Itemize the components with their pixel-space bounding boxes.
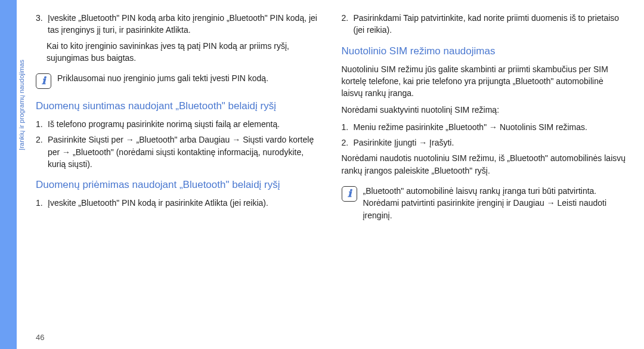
paragraph: Norėdami suaktyvinti nuotolinį SIM režim… — [342, 104, 627, 116]
list-item: 3. Įveskite „Bluetooth" PIN kodą arba ki… — [36, 12, 321, 36]
side-accent-bar — [0, 0, 17, 349]
list-text: Įveskite „Bluetooth" PIN kodą arba kito … — [48, 12, 321, 36]
list-number: 2. — [342, 137, 350, 149]
note-icon: ℹ — [342, 186, 357, 202]
heading-send: Duomenų siuntimas naudojant „Bluetooth" … — [36, 100, 321, 113]
list-number: 1. — [342, 121, 350, 133]
note-block: ℹ „Bluetooth" automobilinė laisvų rankų … — [342, 185, 627, 221]
page-number: 46 — [36, 333, 44, 342]
list-text: Pasirinkite Įjungti → Įrašyti. — [354, 137, 454, 149]
heading-receive: Duomenų priėmimas naudojant „Bluetooth" … — [36, 178, 321, 192]
paragraph: Nuotoliniu SIM režimu jūs galite skambin… — [342, 63, 627, 100]
paragraph: Norėdami naudotis nuotoliniu SIM režimu,… — [342, 152, 627, 177]
list-text: Iš telefono programų pasirinkite norimą … — [48, 118, 280, 130]
note-text: Priklausomai nuo įrenginio jums gali tek… — [57, 72, 268, 84]
list-item: 2. Pasirinkite Įjungti → Įrašyti. — [342, 137, 627, 149]
list-item: 1. Įveskite „Bluetooth" PIN kodą ir pasi… — [36, 197, 321, 209]
note-block: ℹ Priklausomai nuo įrenginio jums gali t… — [36, 72, 321, 89]
list-text: Meniu režime pasirinkite „Bluetooth" → N… — [354, 121, 587, 133]
list-item: 2. Pasirinkite Siųsti per → „Bluetooth" … — [36, 134, 321, 170]
list-number: 1. — [36, 197, 44, 209]
list-item: 1. Iš telefono programų pasirinkite nori… — [36, 118, 321, 130]
paragraph: Kai to kito įrenginio savininkas įves tą… — [36, 40, 321, 64]
section-label-text: Įrankių ir programų naudojimas — [18, 60, 25, 150]
list-text: Pasirinkdami Taip patvirtinkite, kad nor… — [354, 12, 627, 36]
list-number: 3. — [36, 12, 44, 36]
list-number: 2. — [36, 134, 44, 170]
note-icon: ℹ — [36, 73, 51, 89]
note-text: „Bluetooth" automobilinė laisvų rankų įr… — [363, 185, 627, 221]
heading-remote-sim: Nuotolinio SIM režimo naudojimas — [342, 45, 627, 58]
page-content: 3. Įveskite „Bluetooth" PIN kodą arba ki… — [36, 12, 626, 337]
list-text: Įveskite „Bluetooth" PIN kodą ir pasirin… — [48, 197, 268, 209]
section-label-vertical: Įrankių ir programų naudojimas — [18, 60, 29, 268]
list-number: 1. — [36, 118, 44, 130]
list-item: 1. Meniu režime pasirinkite „Bluetooth" … — [342, 121, 627, 133]
column-left: 3. Įveskite „Bluetooth" PIN kodą arba ki… — [36, 12, 321, 337]
column-right: 2. Pasirinkdami Taip patvirtinkite, kad … — [342, 12, 627, 337]
list-text: Pasirinkite Siųsti per → „Bluetooth" arb… — [48, 134, 321, 170]
list-item: 2. Pasirinkdami Taip patvirtinkite, kad … — [342, 12, 627, 36]
list-number: 2. — [342, 12, 350, 36]
